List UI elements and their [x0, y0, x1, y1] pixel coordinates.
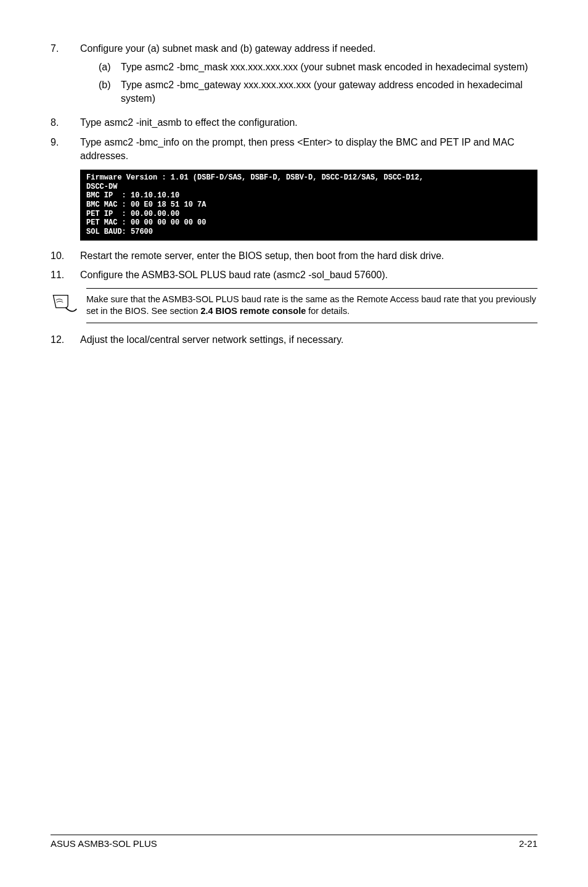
step-number: 10. — [51, 249, 80, 263]
step-9: 9. Type asmc2 -bmc_info on the prompt, t… — [51, 136, 537, 162]
step-text: Type asmc2 -init_asmb to effect the conf… — [80, 116, 537, 130]
step-number: 12. — [51, 333, 80, 347]
step-number: 11. — [51, 268, 80, 282]
note-icon — [51, 288, 86, 318]
step-8: 8. Type asmc2 -init_asmb to effect the c… — [51, 116, 537, 130]
substep-b: (b) Type asmc2 -bmc_gateway xxx.xxx.xxx.… — [99, 78, 537, 105]
page-footer: ASUS ASMB3-SOL PLUS 2-21 — [51, 835, 537, 850]
step-10: 10. Restart the remote server, enter the… — [51, 249, 537, 263]
substep-text: Type asmc2 -bmc_mask xxx.xxx.xxx.xxx (yo… — [121, 60, 537, 74]
footer-right: 2-21 — [519, 838, 537, 850]
substep-a: (a) Type asmc2 -bmc_mask xxx.xxx.xxx.xxx… — [99, 60, 537, 74]
step-number: 8. — [51, 116, 80, 130]
substep-letter: (a) — [99, 60, 121, 74]
step-text: Adjust the local/central server network … — [80, 333, 537, 347]
footer-left: ASUS ASMB3-SOL PLUS — [51, 838, 157, 850]
step-11: 11. Configure the ASMB3-SOL PLUS baud ra… — [51, 268, 537, 282]
step-number: 9. — [51, 136, 80, 162]
note-part2: for details. — [306, 306, 349, 316]
step-text: Configure the ASMB3-SOL PLUS baud rate (… — [80, 268, 537, 282]
note-bold: 2.4 BIOS remote console — [200, 306, 306, 316]
step-text: Type asmc2 -bmc_info on the prompt, then… — [80, 136, 537, 162]
terminal-output: Firmware Version : 1.01 (DSBF-D/SAS, DSB… — [80, 170, 537, 240]
step-number: 7. — [51, 42, 80, 110]
step-text: Configure your (a) subnet mask and (b) g… — [80, 42, 537, 56]
substep-text: Type asmc2 -bmc_gateway xxx.xxx.xxx.xxx … — [121, 78, 537, 105]
step-12: 12. Adjust the local/central server netw… — [51, 333, 537, 347]
step-text: Restart the remote server, enter the BIO… — [80, 249, 537, 263]
step-7: 7. Configure your (a) subnet mask and (b… — [51, 42, 537, 110]
note-text: Make sure that the ASMB3-SOL PLUS baud r… — [86, 288, 537, 323]
substep-letter: (b) — [99, 78, 121, 105]
